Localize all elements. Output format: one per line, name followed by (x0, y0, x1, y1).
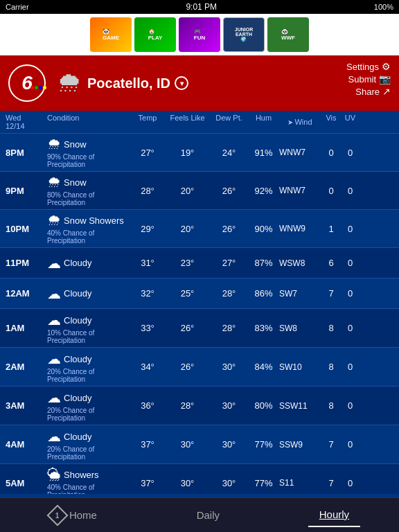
dew-cell: 28° (210, 323, 248, 333)
table-row: 1AM ☁ Cloudy 10% Chance of Precipitation… (0, 309, 399, 348)
ad-item-1[interactable]: 🐼GAME (90, 17, 132, 52)
vis-cell: 8 (321, 323, 342, 333)
uv-cell: 0 (342, 478, 359, 488)
precip-text: 20% Chance of Precipitation (47, 407, 130, 422)
settings-label: Settings (346, 62, 379, 72)
hum-cell: 90% (248, 224, 279, 234)
condition-icon: ☁ (47, 351, 61, 367)
hum-cell: 92% (248, 186, 279, 196)
feels-cell: 25° (165, 288, 210, 299)
dew-cell: 26° (210, 186, 248, 196)
condition-name: ☁ Cloudy (47, 428, 130, 445)
time-cell: 2AM (6, 362, 47, 372)
temp-cell: 37° (130, 478, 165, 488)
wind-dir: WSW8 (279, 258, 305, 268)
ad-item-2[interactable]: 🏠PLAY (134, 17, 176, 52)
uv-cell: 0 (342, 439, 359, 450)
wind-cell: SSW9 (279, 440, 321, 450)
temp-cell: 31° (130, 258, 165, 268)
feels-cell: 30° (165, 478, 210, 488)
ad-item-3[interactable]: 🎮FUN (179, 17, 220, 52)
temp-cell: 32° (130, 288, 165, 299)
hum-cell: 83% (248, 323, 279, 333)
nav-home-label: Home (69, 509, 97, 521)
location-dropdown-icon[interactable]: ▾ (175, 76, 188, 90)
col-temp: Temp (130, 114, 165, 130)
precip-text: 40% Chance of Precipitation (47, 229, 130, 245)
uv-cell: 0 (342, 258, 359, 268)
condition-cell: 🌨 Snow Showers 40% Chance of Precipitati… (47, 213, 130, 245)
dew-cell: 30° (210, 478, 248, 488)
feels-cell: 20° (165, 186, 210, 196)
vis-cell: 7 (321, 288, 342, 299)
col-uv: UV (342, 114, 359, 130)
submit-label: Submit (348, 74, 376, 85)
nav-home[interactable]: 1 Home (39, 502, 108, 529)
wind-dir: SSW9 (279, 440, 303, 450)
wind-dir: WNW7 (279, 186, 305, 195)
time-cell: 12AM (6, 288, 47, 299)
condition-cell: ☁ Cloudy (47, 255, 130, 272)
time-cell: 10PM (6, 224, 47, 234)
condition-icon: ☁ (47, 312, 61, 328)
wind-arrow-icon: ➤ (287, 118, 293, 126)
ad-item-4[interactable]: JUNIOREARTH🌍 (223, 17, 265, 52)
condition-name: ☁ Cloudy (47, 255, 130, 272)
table-row: 4AM ☁ Cloudy 20% Chance of Precipitation… (0, 425, 399, 464)
feels-cell: 28° (165, 400, 210, 411)
submit-button[interactable]: Submit 📷 (348, 73, 391, 85)
table-row: 5AM 🌦 Showers 40% Chance of Precipitatio… (0, 464, 399, 494)
condition-cell: 🌨 Snow 90% Chance of Precipitation (47, 136, 130, 168)
uv-cell: 0 (342, 148, 359, 158)
vis-cell: 8 (321, 400, 342, 411)
temp-cell: 34° (130, 362, 165, 372)
dew-cell: 28° (210, 288, 248, 299)
condition-cell: ☁ Cloudy 20% Chance of Precipitation (47, 351, 130, 383)
share-button[interactable]: Share ↗ (355, 86, 391, 97)
wind-dir: WNW7 (279, 148, 305, 157)
location-area: Pocatello, ID ▾ (87, 76, 188, 91)
dew-cell: 30° (210, 362, 248, 372)
col-condition: Condition (47, 114, 130, 130)
camera-icon: 📷 (379, 73, 391, 85)
condition-name: 🌦 Showers (47, 467, 130, 483)
feels-cell: 30° (165, 439, 210, 450)
feels-cell: 26° (165, 323, 210, 333)
vis-cell: 8 (321, 362, 342, 372)
settings-button[interactable]: Settings ⚙ (346, 61, 391, 72)
uv-cell: 0 (342, 362, 359, 372)
share-icon: ↗ (382, 86, 391, 97)
wind-dir: SSW11 (279, 401, 308, 411)
location-name[interactable]: Pocatello, ID ▾ (87, 76, 188, 91)
col-hum: Hum (248, 114, 279, 130)
nav-hourly[interactable]: Hourly (308, 503, 360, 527)
condition-name: ☁ Cloudy (47, 389, 130, 406)
battery-label: 100% (374, 3, 393, 11)
wind-cell: WNW9 (279, 224, 321, 233)
table-header: Wed12/14 Condition Temp Feels Like Dew P… (0, 111, 399, 134)
condition-name: 🌨 Snow (47, 175, 130, 190)
feels-cell: 19° (165, 148, 210, 158)
temp-cell: 37° (130, 439, 165, 450)
table-row: 12AM ☁ Cloudy 32° 25° 28° 86% SW7 7 0 (0, 278, 399, 309)
home-diamond-icon: 1 (46, 504, 68, 526)
time-cell: 5AM (6, 478, 47, 488)
wind-cell: S11 (279, 478, 321, 488)
nav-daily-label: Daily (197, 509, 220, 521)
feels-cell: 20° (165, 224, 210, 234)
precip-text: 20% Chance of Precipitation (47, 445, 130, 461)
condition-name: 🌨 Snow Showers (47, 213, 130, 229)
wind-cell: SW7 (279, 289, 321, 299)
ad-item-5[interactable]: 🐼WWF (267, 17, 309, 52)
table-row: 9PM 🌨 Snow 80% Chance of Precipitation 2… (0, 172, 399, 210)
nav-daily[interactable]: Daily (186, 504, 231, 526)
wind-dir: SW10 (279, 362, 302, 372)
condition-icon: 🌦 (47, 467, 61, 483)
condition-name: ☁ Cloudy (47, 312, 130, 328)
time-cell: 11PM (6, 258, 47, 268)
precip-text: 90% Chance of Precipitation (47, 153, 130, 168)
dew-cell: 27° (210, 258, 248, 268)
hum-cell: 87% (248, 258, 279, 268)
vis-cell: 7 (321, 478, 342, 488)
condition-cell: 🌨 Snow 80% Chance of Precipitation (47, 175, 130, 206)
